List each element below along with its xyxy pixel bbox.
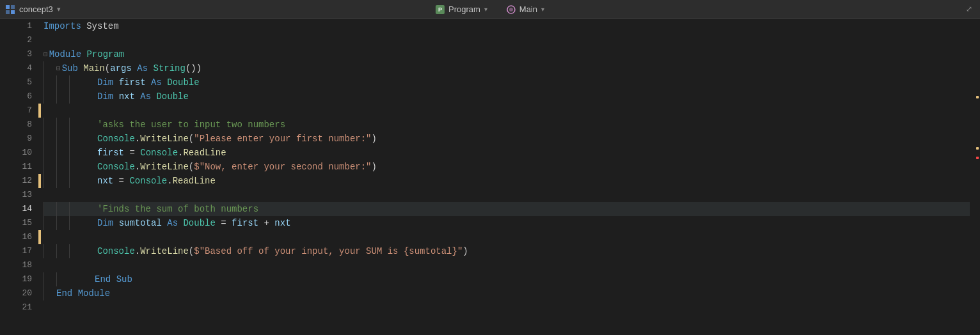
line-num-1: 1 xyxy=(0,19,32,33)
code-line-10: first = Console.ReadLine xyxy=(43,146,970,160)
line-num-16: 16 xyxy=(0,230,32,244)
token-string: String xyxy=(154,61,186,75)
code-line-3: ⊟Module Program xyxy=(43,47,970,61)
change-marker-2 xyxy=(976,147,979,150)
fold-sub[interactable]: ⊟ xyxy=(56,61,61,75)
line-num-13: 13 xyxy=(0,188,32,202)
token-console2: Console xyxy=(140,146,178,160)
token-readline2: ReadLine xyxy=(173,174,216,188)
tab-main-label: Main xyxy=(519,4,537,14)
svg-point-5 xyxy=(509,8,513,12)
code-line-20: End Module xyxy=(43,286,970,300)
line-num-9: 9 xyxy=(0,132,32,146)
change-marker-1 xyxy=(976,96,979,98)
line-num-18: 18 xyxy=(0,258,32,272)
line-num-10: 10 xyxy=(0,146,32,160)
code-line-14: 'Finds the sum of both numbers xyxy=(43,202,970,216)
line-num-12: 12 xyxy=(0,174,32,188)
token-as3: As xyxy=(140,90,151,104)
fold-module[interactable]: ⊟ xyxy=(43,47,48,61)
main-icon xyxy=(507,5,516,14)
line-num-6: 6 xyxy=(0,90,32,104)
line-num-3: 3 xyxy=(0,47,32,61)
token-end-module: End xyxy=(56,286,72,300)
code-line-11: Console.WriteLine($"Now, enter your seco… xyxy=(43,160,970,174)
token-readline1: ReadLine xyxy=(183,146,226,160)
line-num-2: 2 xyxy=(0,33,32,47)
token-comment1: 'asks the user to input two numbers xyxy=(97,118,285,132)
program-icon: P xyxy=(436,5,445,14)
svg-rect-0 xyxy=(6,5,10,9)
token-nxt: nxt xyxy=(119,90,135,104)
main-dropdown-arrow[interactable]: ▾ xyxy=(541,6,544,13)
code-line-8: 'asks the user to input two numbers xyxy=(43,118,970,132)
code-line-21 xyxy=(43,300,970,315)
right-scrollbar[interactable] xyxy=(970,19,980,335)
token-dim2: Dim xyxy=(97,90,113,104)
token-console4: Console xyxy=(129,174,167,188)
svg-rect-3 xyxy=(11,10,15,14)
line-num-11: 11 xyxy=(0,160,32,174)
code-line-4: ⊟Sub Main(args As String()) xyxy=(43,61,970,75)
title-bar: concept3 ▾ P Program ▾ Main ▾ ⤢ xyxy=(0,0,980,19)
token-writeline3: WriteLine xyxy=(140,244,189,258)
code-line-13 xyxy=(43,188,970,202)
token-main-fn: Main xyxy=(83,61,105,75)
error-marker-1 xyxy=(976,157,979,159)
code-line-12: nxt = Console.ReadLine xyxy=(43,174,970,188)
token-as4: As xyxy=(167,216,178,230)
token-args: args xyxy=(110,61,132,75)
token-first3: first xyxy=(232,216,258,230)
tab-main[interactable]: Main ▾ xyxy=(499,0,552,19)
token-system: System xyxy=(86,19,118,33)
token-first: first xyxy=(119,75,146,90)
token-nxt3: nxt xyxy=(274,216,290,230)
token-str3: $"Based off of your input, your SUM is {… xyxy=(194,244,462,258)
code-line-17: Console.WriteLine($"Based off of your in… xyxy=(43,244,970,258)
line-num-5: 5 xyxy=(0,75,32,90)
line-num-19: 19 xyxy=(0,272,32,286)
code-line-6: Dim nxt As Double xyxy=(43,90,970,104)
token-str2: $"Now, enter your second number:" xyxy=(194,160,371,174)
tab-program[interactable]: P Program ▾ xyxy=(428,0,495,19)
token-module2: Module xyxy=(78,286,110,300)
token-console1: Console xyxy=(97,132,135,146)
line-num-7: 7 xyxy=(0,104,32,118)
token-program: Program xyxy=(86,47,124,61)
code-area[interactable]: Imports System ⊟Module Program ⊟Sub Main… xyxy=(38,19,970,335)
token-nxt2: nxt xyxy=(97,174,113,188)
token-sub2: Sub xyxy=(116,272,132,286)
line-num-15: 15 xyxy=(0,216,32,230)
line-num-4: 4 xyxy=(0,61,32,75)
expand-button[interactable]: ⤢ xyxy=(963,2,975,17)
line-numbers: 1 2 3 4 5 6 7 8 9 10 11 12 13 14 15 16 1… xyxy=(0,19,38,335)
token-first2: first xyxy=(97,146,124,160)
code-line-1: Imports System xyxy=(43,19,970,33)
code-line-5: Dim first As Double xyxy=(43,75,970,90)
code-line-19: End Sub xyxy=(43,272,970,286)
token-as1: As xyxy=(137,61,148,75)
token-double1: Double xyxy=(167,75,199,90)
token-dim3: Dim xyxy=(97,216,113,230)
code-line-9: Console.WriteLine("Please enter your fir… xyxy=(43,132,970,146)
editor: 1 2 3 4 5 6 7 8 9 10 11 12 13 14 15 16 1… xyxy=(0,19,980,335)
token-str1: "Please enter your first number:" xyxy=(194,132,371,146)
token-double3: Double xyxy=(183,216,215,230)
code-line-2 xyxy=(43,33,970,47)
token-writeline2: WriteLine xyxy=(140,160,189,174)
code-line-16 xyxy=(43,230,970,244)
line-num-17: 17 xyxy=(0,244,32,258)
title-dropdown-arrow[interactable]: ▾ xyxy=(57,5,61,13)
program-dropdown-arrow[interactable]: ▾ xyxy=(484,6,487,13)
line-num-20: 20 xyxy=(0,286,32,300)
token-comment2: 'Finds the sum of both numbers xyxy=(97,202,258,216)
token-sub: Sub xyxy=(62,61,78,75)
token-console5: Console xyxy=(97,244,135,258)
code-line-18 xyxy=(43,258,970,272)
token-imports: Imports xyxy=(43,19,81,33)
line-num-21: 21 xyxy=(0,300,32,315)
title-bar-right: ⤢ xyxy=(963,2,975,17)
title-bar-center: P Program ▾ Main ▾ xyxy=(428,0,552,19)
svg-rect-2 xyxy=(6,10,10,14)
token-end-sub: End xyxy=(95,272,111,286)
